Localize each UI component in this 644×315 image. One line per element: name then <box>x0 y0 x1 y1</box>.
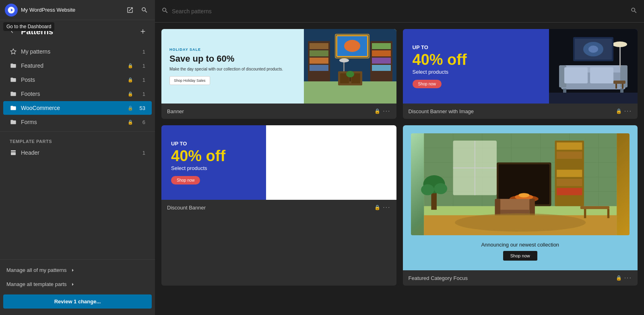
template-parts-label: TEMPLATE PARTS <box>0 134 155 145</box>
discount-banner-more-button[interactable]: ··· <box>383 204 390 211</box>
svg-rect-8 <box>310 58 328 64</box>
tooltip-go-to-dashboard: Go to the Dashboard <box>3 22 54 31</box>
discount-up-to: UP TO <box>413 44 540 50</box>
svg-rect-71 <box>557 179 582 186</box>
add-pattern-button[interactable] <box>137 26 149 37</box>
svg-point-38 <box>613 41 627 47</box>
manage-patterns-label: Manage all of my patterns <box>6 267 67 273</box>
sidebar-item-posts[interactable]: Posts 🔒 1 <box>3 73 152 87</box>
search-icon[interactable] <box>139 4 150 16</box>
discount-banner-lock-icon: 🔒 <box>374 205 380 210</box>
external-link-icon[interactable] <box>124 4 136 16</box>
svg-rect-85 <box>584 209 586 218</box>
header-label: Header <box>21 149 133 156</box>
svg-rect-68 <box>557 151 582 159</box>
banner-preview: HOLIDAY SALE Save up to 60% Make the day… <box>161 29 396 104</box>
sidebar-item-my-patterns[interactable]: My patterns 1 <box>3 45 152 58</box>
svg-rect-84 <box>580 206 609 209</box>
svg-rect-79 <box>497 199 533 210</box>
lock-icon-forms: 🔒 <box>128 120 133 125</box>
search-bar <box>155 0 644 23</box>
svg-marker-0 <box>10 49 16 54</box>
featured-category-more-button[interactable]: ··· <box>624 274 632 282</box>
featured-category-preview: Announcing our newest collection Shop no… <box>403 125 638 270</box>
my-patterns-label: My patterns <box>21 48 133 55</box>
banner-more-button[interactable]: ··· <box>383 108 390 115</box>
sidebar-item-woocommerce[interactable]: WooCommerce 🔒 53 <box>3 101 152 115</box>
discount-shop-btn: Shop now <box>413 80 442 88</box>
pattern-card-banner[interactable]: HOLIDAY SALE Save up to 60% Make the day… <box>161 29 396 119</box>
sidebar-item-footers[interactable]: Footers 🔒 1 <box>3 87 152 101</box>
banner-tag: HOLIDAY SALE <box>169 48 296 52</box>
svg-rect-6 <box>310 43 328 49</box>
lock-icon-footers: 🔒 <box>128 91 133 97</box>
nav-divider <box>0 131 155 132</box>
discount-select: Select products <box>413 69 540 75</box>
sidebar-item-featured[interactable]: Featured 🔒 1 <box>3 59 152 73</box>
discount-banner-image-preview: UP TO 40% off Select products Shop now <box>403 29 638 104</box>
search-submit-icon[interactable] <box>630 7 638 16</box>
sidebar-item-forms[interactable]: Forms 🔒 6 <box>3 115 152 129</box>
discount-noimg-up-to: UP TO <box>171 141 256 147</box>
svg-rect-17 <box>372 58 391 64</box>
featured-category-lock-icon: 🔒 <box>616 275 622 281</box>
svg-rect-18 <box>372 65 391 71</box>
svg-rect-69 <box>557 161 582 168</box>
svg-rect-25 <box>343 61 345 71</box>
discount-noimg-shop-btn: Shop now <box>171 176 200 184</box>
header-count: 1 <box>137 150 145 156</box>
footers-label: Footers <box>21 91 123 97</box>
pattern-card-discount-banner[interactable]: UP TO 40% off Select products Shop now D… <box>161 125 396 286</box>
discount-banner-image-lock-icon: 🔒 <box>616 108 622 114</box>
folder-icon <box>10 90 17 97</box>
manage-patterns-link[interactable]: Manage all of my patterns <box>0 263 155 277</box>
svg-rect-40 <box>615 84 617 89</box>
forms-count: 6 <box>137 119 145 125</box>
featured-category-image <box>411 133 630 235</box>
svg-rect-15 <box>372 43 391 49</box>
patterns-grid: HOLIDAY SALE Save up to 60% Make the day… <box>155 23 644 315</box>
pattern-card-featured-category[interactable]: Announcing our newest collection Shop no… <box>403 125 638 286</box>
featured-category-shop-btn: Shop now <box>503 251 537 261</box>
svg-rect-32 <box>620 65 627 87</box>
posts-count: 1 <box>137 77 145 83</box>
banner-image <box>304 29 396 104</box>
pattern-card-discount-banner-image[interactable]: UP TO 40% off Select products Shop now <box>403 29 638 119</box>
discount-banner-image-footer: Discount Banner with Image 🔒 ··· <box>403 104 638 119</box>
main-content: HOLIDAY SALE Save up to 60% Make the day… <box>155 0 644 315</box>
featured-category-text: Announcing our newest collection <box>481 242 559 248</box>
woocommerce-label: WooCommerce <box>21 105 123 111</box>
discount-noimg-percent: 40% off <box>171 148 256 164</box>
woocommerce-count: 53 <box>137 105 145 111</box>
svg-rect-39 <box>613 81 625 84</box>
discount-banner-image-more-button[interactable]: ··· <box>624 108 632 115</box>
forms-label: Forms <box>21 119 123 125</box>
lock-icon-woo: 🔒 <box>128 106 133 111</box>
manage-template-parts-link[interactable]: Manage all template parts <box>0 277 155 291</box>
featured-count: 1 <box>137 63 145 69</box>
featured-label: Featured <box>21 62 123 69</box>
discount-banner-white-area <box>266 125 396 200</box>
wp-logo[interactable] <box>5 4 18 17</box>
layout-icon <box>10 149 17 156</box>
discount-banner-name: Discount Banner <box>167 205 372 211</box>
svg-rect-37 <box>619 45 621 67</box>
sidebar-top-bar: My WordPress Website <box>0 0 155 20</box>
review-changes-button[interactable]: Review 1 change... <box>3 294 152 309</box>
manage-template-parts-label: Manage all template parts <box>6 281 67 287</box>
discount-banner-image-name: Discount Banner with Image <box>409 108 613 114</box>
sidebar-item-header[interactable]: Header 1 <box>3 146 152 160</box>
svg-point-64 <box>421 184 434 195</box>
search-input[interactable] <box>172 8 627 15</box>
star-icon <box>10 48 17 55</box>
banner-heading: Save up to 60% <box>169 54 296 64</box>
lock-icon-featured: 🔒 <box>128 63 133 68</box>
lock-icon-posts: 🔒 <box>128 77 133 83</box>
discount-image <box>549 29 638 104</box>
sidebar: My WordPress Website Go to the Dashboard… <box>0 0 155 315</box>
featured-category-footer: Featured Category Focus 🔒 ··· <box>403 270 638 286</box>
folder-icon <box>10 118 17 126</box>
svg-point-83 <box>455 213 586 232</box>
svg-point-24 <box>346 71 354 77</box>
folder-icon-active <box>10 104 17 112</box>
